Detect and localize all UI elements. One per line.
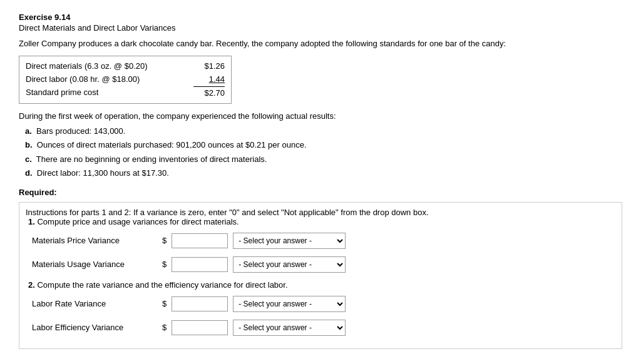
muv-select[interactable]: - Select your answer - Favorable Unfavor… bbox=[233, 256, 346, 273]
actual-results-intro: During the first week of operation, the … bbox=[19, 111, 622, 121]
instructions-box: Instructions for parts 1 and 2: If a var… bbox=[19, 202, 622, 349]
standard-value-2: 1.44 bbox=[193, 73, 225, 86]
standard-label-2: Direct labor (0.08 hr. @ $18.00) bbox=[26, 73, 168, 86]
lev-input[interactable] bbox=[172, 320, 228, 335]
result-c: c. There are no beginning or ending inve… bbox=[25, 153, 622, 166]
instructions-text: Instructions for parts 1 and 2: If a var… bbox=[26, 208, 429, 217]
lev-dollar: $ bbox=[162, 323, 167, 332]
section1-heading: 1. Compute price and usage variances for… bbox=[26, 217, 615, 226]
lrv-dollar: $ bbox=[162, 299, 167, 308]
standards-table: Direct materials (6.3 oz. @ $0.20) $1.26… bbox=[19, 56, 232, 104]
exercise-subtitle: Direct Materials and Direct Labor Varian… bbox=[19, 23, 622, 33]
lrv-select[interactable]: - Select your answer - Favorable Unfavor… bbox=[233, 296, 346, 312]
mpv-input[interactable] bbox=[172, 233, 228, 248]
standards-row-3: Standard prime cost $2.70 bbox=[26, 86, 225, 100]
muv-dollar: $ bbox=[162, 260, 167, 269]
mpv-select[interactable]: - Select your answer - Favorable Unfavor… bbox=[233, 233, 346, 249]
exercise-title: Exercise 9.14 bbox=[19, 13, 622, 22]
labor-rate-variance-row: Labor Rate Variance $ - Select your answ… bbox=[26, 296, 615, 312]
lev-label: Labor Efficiency Variance bbox=[32, 323, 157, 332]
result-d: d. Direct labor: 11,300 hours at $17.30. bbox=[25, 166, 622, 180]
lrv-input[interactable] bbox=[172, 296, 228, 311]
mpv-dollar: $ bbox=[162, 236, 167, 245]
standard-value-3: $2.70 bbox=[193, 86, 225, 100]
materials-price-variance-row: Materials Price Variance $ - Select your… bbox=[26, 233, 615, 249]
standard-value-1: $1.26 bbox=[193, 60, 225, 73]
intro-text: Zoller Company produces a dark chocolate… bbox=[19, 39, 622, 48]
lev-select[interactable]: - Select your answer - Favorable Unfavor… bbox=[233, 320, 346, 336]
materials-usage-variance-row: Materials Usage Variance $ - Select your… bbox=[26, 256, 615, 273]
standards-row-2: Direct labor (0.08 hr. @ $18.00) 1.44 bbox=[26, 73, 225, 86]
muv-input[interactable] bbox=[172, 257, 228, 272]
standard-label-3: Standard prime cost bbox=[26, 86, 168, 100]
required-label: Required: bbox=[19, 188, 622, 197]
exercise-container: Exercise 9.14 Direct Materials and Direc… bbox=[19, 13, 622, 349]
section2-heading: 2. Compute the rate variance and the eff… bbox=[26, 280, 615, 290]
labor-efficiency-variance-row: Labor Efficiency Variance $ - Select you… bbox=[26, 320, 615, 336]
standard-label-1: Direct materials (6.3 oz. @ $0.20) bbox=[26, 60, 168, 73]
standards-row-1: Direct materials (6.3 oz. @ $0.20) $1.26 bbox=[26, 60, 225, 73]
result-b: b. Ounces of direct materials purchased:… bbox=[25, 138, 622, 152]
result-a: a. Bars produced: 143,000. bbox=[25, 124, 622, 138]
lrv-label: Labor Rate Variance bbox=[32, 299, 157, 308]
mpv-label: Materials Price Variance bbox=[32, 236, 157, 245]
actual-results-list: a. Bars produced: 143,000. b. Ounces of … bbox=[19, 124, 622, 179]
muv-label: Materials Usage Variance bbox=[32, 260, 157, 269]
